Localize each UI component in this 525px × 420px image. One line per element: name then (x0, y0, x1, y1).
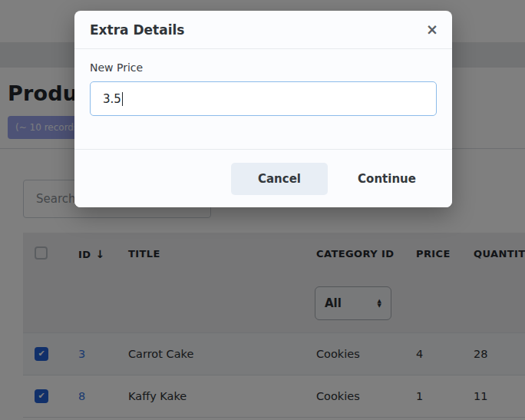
text-cursor (122, 92, 124, 106)
extra-details-modal: Extra Details × New Price 3.5 Cancel Con… (74, 11, 452, 207)
modal-body: New Price 3.5 (74, 49, 452, 116)
cancel-button[interactable]: Cancel (231, 163, 328, 195)
screen: Products (~ 10 records) ID↓ (0, 0, 525, 420)
close-icon[interactable]: × (421, 18, 443, 40)
new-price-label: New Price (90, 61, 437, 74)
new-price-input[interactable]: 3.5 (90, 81, 437, 116)
modal-header: Extra Details (74, 11, 452, 49)
modal-title: Extra Details (90, 22, 185, 38)
continue-button[interactable]: Continue (342, 163, 432, 195)
modal-footer: Cancel Continue (74, 149, 452, 207)
